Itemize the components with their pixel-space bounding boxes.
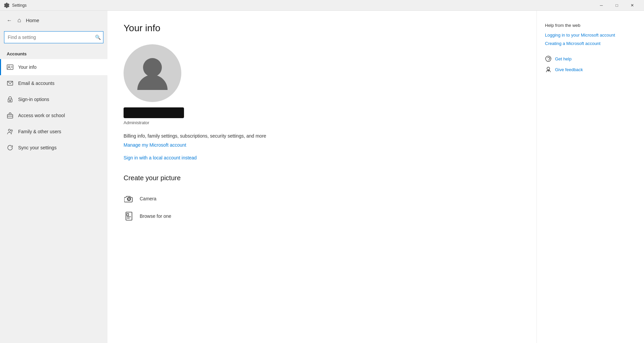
home-icon: ⌂ bbox=[17, 17, 21, 24]
get-help-action[interactable]: Get help bbox=[545, 55, 636, 62]
svg-point-21 bbox=[547, 67, 550, 70]
give-feedback-action[interactable]: Give feedback bbox=[545, 66, 636, 73]
camera-label: Camera bbox=[140, 196, 156, 201]
title-bar: Settings ─ □ ✕ bbox=[0, 0, 644, 11]
main-content: Your info Administrator Billing info, fa… bbox=[107, 11, 537, 343]
briefcase-icon bbox=[7, 112, 13, 119]
camera-icon bbox=[124, 193, 134, 204]
help-panel: Help from the web Logging in to your Mic… bbox=[537, 11, 644, 343]
sidebar-section-title: Accounts bbox=[0, 49, 107, 59]
browse-icon bbox=[124, 211, 134, 222]
sidebar-item-label-your-info: Your info bbox=[18, 64, 37, 70]
account-info-text: Billing info, family settings, subscript… bbox=[124, 133, 520, 139]
give-feedback-label[interactable]: Give feedback bbox=[555, 67, 583, 72]
sign-in-local-section: Sign in with a local account instead bbox=[124, 155, 520, 161]
help-link-0[interactable]: Logging in to your Microsoft account bbox=[545, 33, 636, 38]
sidebar-item-label-family: Family & other users bbox=[18, 129, 61, 134]
sync-icon bbox=[7, 144, 13, 151]
back-icon: ← bbox=[7, 17, 12, 23]
minimize-button[interactable]: ─ bbox=[594, 0, 609, 11]
lock-icon bbox=[7, 96, 13, 103]
restore-button[interactable]: □ bbox=[609, 0, 625, 11]
person-card-icon bbox=[7, 64, 13, 70]
avatar bbox=[124, 44, 181, 102]
sidebar-item-sync-settings[interactable]: Sync your settings bbox=[0, 140, 107, 156]
sidebar-item-email-accounts[interactable]: Email & accounts bbox=[0, 75, 107, 91]
get-help-label[interactable]: Get help bbox=[555, 56, 571, 61]
camera-option[interactable]: Camera bbox=[124, 190, 520, 207]
help-chat-icon bbox=[545, 55, 552, 62]
avatar-person-icon bbox=[136, 55, 169, 92]
sidebar-item-label-sync: Sync your settings bbox=[18, 145, 56, 150]
svg-point-19 bbox=[546, 56, 551, 61]
create-picture-title: Create your picture bbox=[124, 174, 520, 182]
sidebar-item-sign-in-options[interactable]: Sign-in options bbox=[0, 91, 107, 107]
svg-point-6 bbox=[10, 100, 11, 101]
user-role: Administrator bbox=[124, 120, 149, 125]
browse-option[interactable]: Browse for one bbox=[124, 207, 520, 225]
sidebar-item-family-users[interactable]: Family & other users bbox=[0, 124, 107, 140]
close-button[interactable]: ✕ bbox=[625, 0, 640, 11]
home-label: Home bbox=[26, 17, 39, 23]
avatar-section: Administrator bbox=[124, 44, 520, 125]
sidebar-item-access-work[interactable]: Access work or school bbox=[0, 107, 107, 124]
sidebar: ← ⌂ Home 🔍 Accounts Your info bbox=[0, 11, 107, 343]
browse-label: Browse for one bbox=[140, 213, 171, 219]
window-title: Settings bbox=[12, 3, 594, 8]
app-container: ← ⌂ Home 🔍 Accounts Your info bbox=[0, 11, 644, 343]
window-controls: ─ □ ✕ bbox=[594, 0, 640, 11]
page-title: Your info bbox=[124, 23, 520, 34]
svg-point-10 bbox=[11, 130, 13, 132]
manage-account-link[interactable]: Manage my Microsoft account bbox=[124, 142, 186, 148]
search-box: 🔍 bbox=[4, 31, 103, 43]
svg-rect-0 bbox=[7, 65, 13, 69]
sidebar-item-your-info[interactable]: Your info bbox=[0, 59, 107, 75]
search-icon: 🔍 bbox=[95, 35, 101, 40]
help-panel-title: Help from the web bbox=[545, 23, 636, 28]
sign-in-local-link[interactable]: Sign in with a local account instead bbox=[124, 155, 197, 160]
svg-rect-16 bbox=[127, 213, 129, 216]
help-link-1[interactable]: Creating a Microsoft account bbox=[545, 41, 636, 46]
sidebar-item-label-work: Access work or school bbox=[18, 113, 65, 118]
feedback-icon bbox=[545, 66, 552, 73]
svg-point-9 bbox=[8, 129, 10, 131]
sidebar-item-label-signin: Sign-in options bbox=[18, 97, 49, 102]
home-button[interactable]: ← ⌂ Home bbox=[0, 11, 107, 30]
svg-point-11 bbox=[143, 58, 162, 77]
svg-point-13 bbox=[129, 199, 130, 200]
search-input[interactable] bbox=[4, 31, 103, 43]
user-name-redacted bbox=[124, 107, 184, 118]
settings-app-icon bbox=[4, 3, 9, 8]
people-icon bbox=[7, 128, 13, 135]
svg-point-20 bbox=[548, 60, 549, 61]
sidebar-item-label-email: Email & accounts bbox=[18, 81, 54, 86]
email-icon bbox=[7, 80, 13, 87]
